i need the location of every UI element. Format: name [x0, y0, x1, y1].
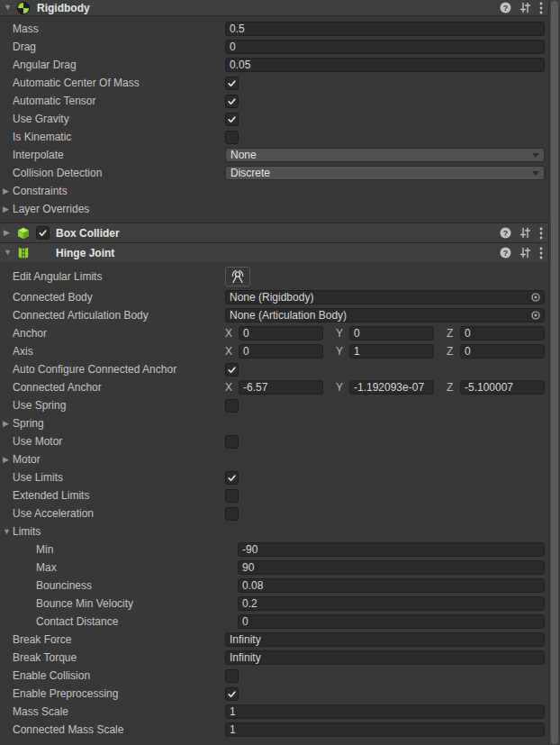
use-gravity-checkbox[interactable]	[225, 113, 239, 126]
drag-label: Drag	[13, 41, 225, 53]
scrollbar[interactable]	[548, 0, 560, 745]
contact-distance-field[interactable]	[238, 614, 545, 629]
is-kinematic-label: Is Kinematic	[13, 131, 225, 143]
min-field[interactable]	[238, 542, 545, 557]
row-connected-anchor: Connected AnchorXYZ	[0, 378, 548, 396]
drag-field[interactable]	[225, 40, 545, 54]
mass-scale-label: Mass Scale	[13, 705, 225, 718]
connected-anchor-z-field[interactable]	[460, 380, 545, 395]
presets-button[interactable]	[519, 227, 531, 239]
foldout-right-icon[interactable]: ▶	[3, 187, 13, 195]
mass-scale-field[interactable]	[225, 704, 545, 719]
foldout-down-icon[interactable]: ▼	[4, 249, 14, 257]
axis-z-field[interactable]	[460, 344, 545, 359]
interpolate-dropdown[interactable]: None	[225, 148, 545, 162]
use-motor-checkbox[interactable]	[225, 435, 239, 449]
edit-angular-limits-button[interactable]	[225, 267, 250, 286]
object-picker-icon[interactable]	[530, 292, 541, 303]
is-kinematic-checkbox[interactable]	[225, 131, 239, 144]
box-collider-title: Box Collider	[56, 227, 120, 240]
anchor-z-field[interactable]	[460, 326, 545, 341]
anchor-x-field[interactable]	[239, 326, 323, 341]
enable-preprocessing-label: Enable Preprocessing	[13, 687, 225, 700]
extended-limits-checkbox[interactable]	[225, 489, 239, 503]
mass-field[interactable]	[225, 22, 545, 36]
row-break-force: Break Force	[0, 631, 548, 649]
row-use-acceleration: Use Acceleration	[0, 504, 548, 522]
menu-button[interactable]	[539, 2, 543, 14]
help-button[interactable]: ?	[500, 2, 511, 14]
box-collider-enabled-checkbox[interactable]	[36, 226, 50, 240]
bounce-min-velocity-field[interactable]	[238, 596, 545, 611]
inspector-panel: ▼Rigidbody?MassDragAngular DragAutomatic…	[0, 0, 548, 745]
row-layer-overrides[interactable]: ▶Layer Overrides	[0, 200, 548, 218]
bounciness-field[interactable]	[238, 578, 545, 593]
interpolate-value: None	[230, 149, 257, 161]
row-collision-detection: Collision DetectionDiscrete	[0, 164, 548, 182]
connected-articulation-body-object-field[interactable]: None (Articulation Body)	[225, 308, 545, 323]
use-spring-label: Use Spring	[13, 399, 225, 412]
row-auto-configure-connected-anchor: Auto Configure Connected Anchor	[0, 360, 548, 378]
header-actions: ?	[500, 247, 543, 259]
mass-label: Mass	[13, 23, 225, 35]
enable-collision-checkbox[interactable]	[225, 669, 239, 683]
angular-drag-field[interactable]	[225, 58, 545, 72]
foldout-right-icon[interactable]: ▶	[3, 205, 13, 214]
anchor-y-field[interactable]	[349, 326, 434, 341]
presets-button[interactable]	[519, 2, 531, 14]
break-force-field[interactable]	[225, 632, 545, 647]
foldout-right-icon[interactable]: ▶	[4, 229, 14, 237]
auto-configure-connected-anchor-checkbox[interactable]	[225, 363, 239, 377]
help-button[interactable]: ?	[500, 247, 511, 259]
axis-y-field[interactable]	[349, 344, 434, 359]
break-torque-field[interactable]	[225, 650, 545, 665]
object-picker-icon[interactable]	[530, 310, 541, 321]
presets-button[interactable]	[519, 247, 531, 259]
enable-preprocessing-checkbox[interactable]	[225, 687, 239, 701]
row-motor[interactable]: ▶Motor	[0, 450, 548, 468]
row-edit-angular-limits: Edit Angular Limits	[0, 265, 548, 288]
scrollbar-thumb[interactable]	[551, 1, 558, 744]
use-limits-checkbox[interactable]	[225, 471, 239, 485]
collision-detection-label: Collision Detection	[13, 167, 225, 179]
row-use-spring: Use Spring	[0, 396, 548, 414]
hinge-joint-header[interactable]: ▼Hinge Joint?	[0, 242, 548, 262]
connected-mass-scale-field[interactable]	[225, 722, 545, 737]
use-acceleration-checkbox[interactable]	[225, 507, 239, 521]
axis-y-label: Y	[336, 327, 345, 340]
use-gravity-label: Use Gravity	[13, 113, 225, 125]
automatic-tensor-checkbox[interactable]	[225, 95, 239, 108]
row-limits[interactable]: ▼Limits	[0, 522, 548, 541]
axis-y-label: Y	[336, 345, 345, 358]
row-spring[interactable]: ▶Spring	[0, 414, 548, 432]
automatic-center-of-mass-checkbox[interactable]	[225, 77, 239, 90]
collision-detection-value: Discrete	[230, 167, 270, 179]
foldout-right-icon[interactable]: ▶	[3, 420, 13, 428]
header-actions: ?	[500, 227, 543, 240]
box-collider-header[interactable]: ▶Box Collider?	[0, 223, 548, 242]
connected-anchor-y-field[interactable]	[349, 380, 434, 395]
use-spring-checkbox[interactable]	[225, 399, 239, 413]
checkmark-icon	[227, 689, 237, 699]
enable-collision-label: Enable Collision	[13, 669, 225, 682]
connected-body-object-field[interactable]: None (Rigidbody)	[225, 290, 545, 304]
axis-x-label: X	[225, 381, 234, 394]
menu-button[interactable]	[539, 227, 543, 240]
svg-text:?: ?	[503, 249, 509, 258]
row-constraints[interactable]: ▶Constraints	[0, 182, 548, 200]
automatic-tensor-label: Automatic Tensor	[13, 95, 225, 107]
max-field[interactable]	[238, 560, 545, 575]
rigidbody-header[interactable]: ▼Rigidbody?	[0, 0, 548, 16]
foldout-right-icon[interactable]: ▶	[3, 456, 13, 464]
menu-button[interactable]	[539, 247, 543, 259]
row-use-limits: Use Limits	[0, 468, 548, 486]
collision-detection-dropdown[interactable]: Discrete	[225, 166, 545, 180]
foldout-down-icon[interactable]: ▼	[3, 528, 13, 536]
connected-anchor-x-field[interactable]	[239, 380, 323, 395]
connected-mass-scale-label: Connected Mass Scale	[13, 723, 225, 736]
help-button[interactable]: ?	[500, 227, 511, 239]
picker-icon	[530, 292, 541, 303]
axis-x-field[interactable]	[239, 344, 323, 359]
axis-x-group: X	[225, 344, 323, 359]
foldout-down-icon[interactable]: ▼	[4, 4, 14, 12]
